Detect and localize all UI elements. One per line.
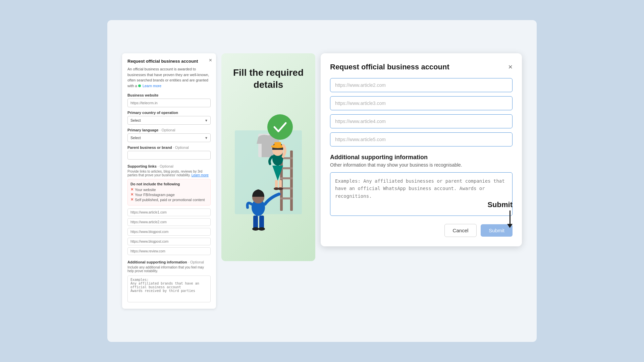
additional-info-desc: Other information that may show your bus… xyxy=(330,162,513,168)
primary-language-select[interactable]: Select xyxy=(127,133,211,142)
modal-footer: Submit Cancel Submit xyxy=(330,224,513,237)
url-input-1[interactable] xyxy=(127,208,211,216)
content-area: Request official business account × An o… xyxy=(114,53,530,309)
supporting-links-label: Supporting links · Optional xyxy=(127,164,211,168)
url-input-5[interactable] xyxy=(127,247,211,255)
svg-point-2 xyxy=(267,114,293,140)
url-input-3[interactable] xyxy=(127,228,211,236)
do-not-include-title: Do not include the following xyxy=(130,182,208,186)
url-input-4[interactable] xyxy=(127,238,211,245)
primary-country-select[interactable]: Select xyxy=(127,116,211,125)
page-wrapper: Request official business account × An o… xyxy=(107,20,537,342)
main-url-input-1[interactable] xyxy=(330,78,513,92)
svg-rect-7 xyxy=(280,177,293,179)
svg-rect-21 xyxy=(259,216,264,229)
supporting-links-desc: Provide links to articles, blog posts, r… xyxy=(127,170,211,177)
small-panel-close-button[interactable]: × xyxy=(209,57,212,63)
additional-info-title: Additional supporting information xyxy=(330,154,513,161)
small-panel-description: An official business account is awarded … xyxy=(127,66,211,88)
svg-rect-9 xyxy=(280,197,293,199)
learn-more-link[interactable]: Learn more xyxy=(143,84,161,88)
x-icon-3: ✕ xyxy=(130,197,133,202)
additional-info-small-textarea[interactable] xyxy=(127,276,211,302)
do-not-include-item-3: ✕ Self published, paid or promotional co… xyxy=(130,197,208,202)
svg-point-17 xyxy=(278,187,283,190)
main-modal: Request official business account × Addi… xyxy=(321,53,522,246)
svg-rect-14 xyxy=(275,180,278,188)
main-url-input-3[interactable] xyxy=(330,114,513,128)
supporting-links-learn-more[interactable]: Learn more xyxy=(192,173,209,177)
modal-title: Request official business account xyxy=(330,63,449,71)
additional-info-section: Additional supporting information Other … xyxy=(330,154,513,217)
business-website-input[interactable] xyxy=(127,99,211,107)
do-not-include-item-1: ✕ Your website xyxy=(130,187,208,192)
do-not-include-item-2: ✕ Your FB/Instagram page xyxy=(130,192,208,197)
submit-button[interactable]: Submit xyxy=(481,224,513,237)
x-icon-2: ✕ xyxy=(130,192,133,197)
svg-rect-4 xyxy=(290,150,293,211)
cancel-button[interactable]: Cancel xyxy=(444,224,477,237)
main-url-input-4[interactable] xyxy=(330,132,513,146)
supporting-links-section: Supporting links · Optional Provide link… xyxy=(127,164,211,256)
x-icon-1: ✕ xyxy=(130,187,133,192)
additional-info-textarea[interactable] xyxy=(330,172,513,216)
do-not-include-section: Do not include the following ✕ Your webs… xyxy=(127,179,211,205)
illustration-title: Fill the required details xyxy=(221,60,315,98)
primary-country-select-wrapper: Select ▼ xyxy=(127,116,211,125)
primary-country-label: Primary country of operation xyxy=(127,111,211,115)
parent-business-label: Parent business or brand · Optional xyxy=(127,145,211,149)
modal-header: Request official business account × xyxy=(330,63,513,71)
additional-info-small-label: Additional supporting information · Opti… xyxy=(127,260,211,264)
primary-language-label: Primary language · Optional xyxy=(127,128,211,132)
business-website-label: Business website xyxy=(127,93,211,97)
modal-close-button[interactable]: × xyxy=(508,63,513,71)
svg-point-23 xyxy=(258,227,265,231)
svg-rect-13 xyxy=(274,142,281,147)
svg-rect-20 xyxy=(253,216,258,229)
parent-business-input[interactable] xyxy=(127,151,211,160)
url-input-2[interactable] xyxy=(127,218,211,226)
svg-point-22 xyxy=(252,227,259,231)
illustration-panel: Fill the required details xyxy=(221,53,315,261)
primary-language-select-wrapper: Select ▼ xyxy=(127,133,211,142)
illustration-graphic xyxy=(228,97,309,238)
main-url-input-2[interactable] xyxy=(330,96,513,110)
small-panel-title: Request official business account xyxy=(127,59,211,64)
svg-rect-15 xyxy=(279,180,282,188)
additional-info-small-desc: Include any additional information that … xyxy=(127,265,211,273)
green-dot-icon xyxy=(138,84,141,87)
small-panel: Request official business account × An o… xyxy=(122,53,216,309)
